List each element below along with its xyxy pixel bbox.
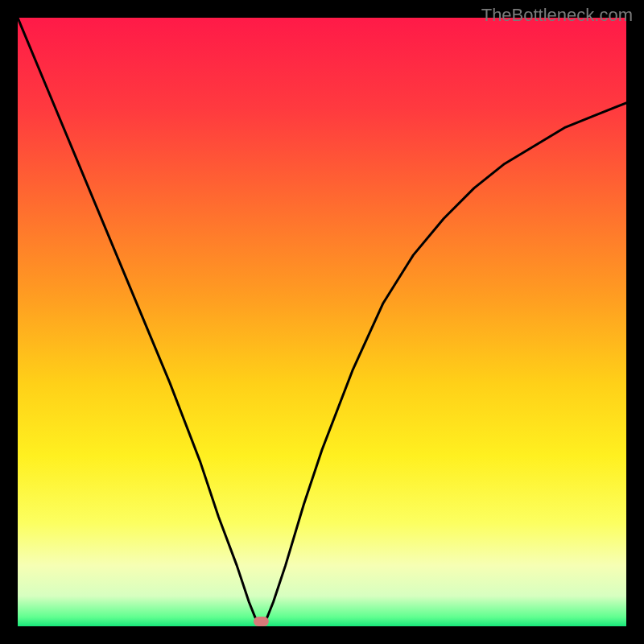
chart-frame	[0, 0, 644, 644]
optimum-marker	[254, 617, 269, 626]
watermark-text: TheBottleneck.com	[481, 5, 633, 26]
chart-plot-area	[18, 18, 626, 626]
chart-svg	[18, 18, 626, 626]
chart-background	[18, 18, 626, 626]
